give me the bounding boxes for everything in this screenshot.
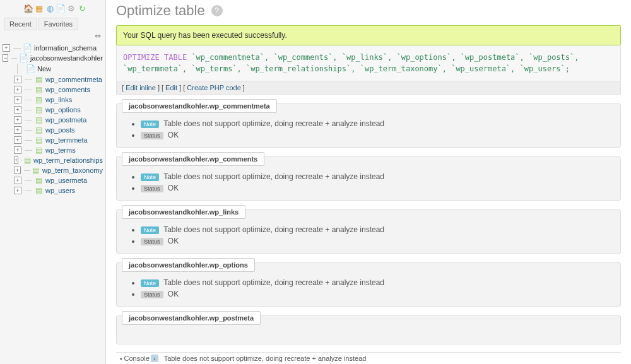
result-panel: jacobsonwestandkohler.wp_linksNote Table… xyxy=(116,209,621,254)
db-item-information-schema[interactable]: information_schema xyxy=(34,44,97,52)
expand-icon[interactable]: + xyxy=(14,116,21,124)
note-badge: Note xyxy=(141,226,159,234)
database-tree: + 📄 information_schema − 📄 jacobsonwesta… xyxy=(0,42,105,364)
sql-query: OPTIMIZE TABLE `wp_commentmeta`, `wp_com… xyxy=(116,45,621,81)
table-icon: ▤ xyxy=(34,95,43,104)
note-badge: Note xyxy=(141,120,159,128)
edit-link[interactable]: Edit xyxy=(165,84,177,91)
result-panel: jacobsonwestandkohler.wp_postmeta xyxy=(116,315,621,344)
table-item[interactable]: wp_termmeta xyxy=(45,136,88,144)
sql-icon[interactable]: ▦ xyxy=(35,4,44,13)
result-panel: jacobsonwestandkohler.wp_commentsNote Ta… xyxy=(116,156,621,201)
sidebar: 🏠 ▦ ◍ 📄 ⚙ ↻ Recent Favorites ⇔ + 📄 infor… xyxy=(0,0,106,364)
collapse-toggle[interactable]: ⇔ xyxy=(0,30,105,42)
result-note: Note Table does not support optimize, do… xyxy=(141,224,614,235)
expand-icon[interactable]: + xyxy=(14,136,21,144)
table-item[interactable]: wp_comments xyxy=(45,86,90,93)
table-icon: ▤ xyxy=(34,85,43,94)
db-item-jacobson[interactable]: jacobsonwestandkohler xyxy=(30,54,103,62)
panel-title: jacobsonwestandkohler.wp_options xyxy=(122,258,255,272)
table-item[interactable]: wp_commentmeta xyxy=(45,76,102,83)
result-note: Note Table does not support optimize, do… xyxy=(141,118,614,129)
table-icon: ▤ xyxy=(34,186,43,195)
new-icon: 📄 xyxy=(26,64,35,73)
query-actions: [ Edit inline ] [ Edit ] [ Create PHP co… xyxy=(116,81,621,95)
sidebar-toolbar: 🏠 ▦ ◍ 📄 ⚙ ↻ xyxy=(0,4,105,16)
expand-icon[interactable]: + xyxy=(14,156,18,164)
edit-inline-link[interactable]: Edit inline xyxy=(126,84,156,91)
table-icon: ▤ xyxy=(34,176,43,185)
table-item[interactable]: wp_options xyxy=(45,106,81,114)
expand-icon[interactable]: + xyxy=(14,126,21,134)
note-badge: Note xyxy=(141,173,159,181)
table-icon: ▤ xyxy=(34,75,43,84)
console-bar[interactable]: ▪Console› Table does not support optimiz… xyxy=(116,352,621,364)
expand-icon[interactable]: + xyxy=(14,187,21,194)
globe-icon[interactable]: ◍ xyxy=(45,4,54,13)
panel-title: jacobsonwestandkohler.wp_commentmeta xyxy=(122,99,277,113)
create-php-link[interactable]: Create PHP code xyxy=(187,84,240,91)
table-item[interactable]: wp_posts xyxy=(45,126,74,134)
table-item[interactable]: wp_postmeta xyxy=(45,116,86,124)
home-icon[interactable]: 🏠 xyxy=(24,4,33,13)
table-icon: ▤ xyxy=(34,126,43,134)
tab-recent[interactable]: Recent xyxy=(4,18,37,30)
expand-icon[interactable]: + xyxy=(14,106,21,114)
panel-title: jacobsonwestandkohler.wp_comments xyxy=(122,152,264,166)
refresh-icon[interactable]: ↻ xyxy=(78,4,86,13)
gear-icon[interactable]: ⚙ xyxy=(67,4,76,13)
expand-icon[interactable]: + xyxy=(14,177,21,184)
collapse-icon[interactable]: − xyxy=(3,54,8,62)
table-icon: ▤ xyxy=(34,115,43,124)
result-status: Status OK xyxy=(141,182,614,194)
result-note: Note Table does not support optimize, do… xyxy=(141,277,614,288)
panel-title: jacobsonwestandkohler.wp_links xyxy=(122,205,245,219)
table-item[interactable]: wp_links xyxy=(45,96,72,103)
result-panel: jacobsonwestandkohler.wp_optionsNote Tab… xyxy=(116,262,621,307)
doc-icon[interactable]: 📄 xyxy=(56,4,65,13)
result-note: Note Table does not support optimize, do… xyxy=(141,171,614,182)
panel-title: jacobsonwestandkohler.wp_postmeta xyxy=(122,311,261,325)
success-message: Your SQL query has been executed success… xyxy=(116,25,621,45)
result-panel: jacobsonwestandkohler.wp_commentmetaNote… xyxy=(116,103,621,148)
table-icon: ▤ xyxy=(34,105,43,114)
expand-icon[interactable]: + xyxy=(14,146,21,154)
table-item[interactable]: wp_terms xyxy=(45,146,76,154)
result-status: Status OK xyxy=(141,235,614,247)
table-item[interactable]: wp_usermeta xyxy=(45,177,87,184)
expand-icon[interactable]: + xyxy=(14,167,21,174)
tab-favorites[interactable]: Favorites xyxy=(38,18,78,30)
result-status: Status OK xyxy=(141,288,614,300)
table-item[interactable]: wp_users xyxy=(45,187,75,194)
table-item[interactable]: wp_term_relationships xyxy=(33,156,103,164)
status-badge: Status xyxy=(141,185,163,192)
table-icon: ▤ xyxy=(34,136,43,144)
table-icon: ▤ xyxy=(24,156,31,165)
expand-icon[interactable]: + xyxy=(3,44,10,52)
main-content: Optimize table ? Your SQL query has been… xyxy=(106,0,631,364)
result-status: Status OK xyxy=(141,129,614,141)
db-icon: 📄 xyxy=(19,54,28,62)
expand-icon[interactable]: + xyxy=(14,86,21,93)
console-toggle-icon[interactable]: › xyxy=(151,355,158,362)
console-icon: ▪ xyxy=(120,355,122,362)
page-title: Optimize table ? xyxy=(116,0,621,25)
status-badge: Status xyxy=(141,238,163,245)
table-icon: ▤ xyxy=(34,146,43,155)
status-badge: Status xyxy=(141,291,163,298)
note-badge: Note xyxy=(141,279,159,287)
expand-icon[interactable]: + xyxy=(14,76,21,83)
status-badge: Status xyxy=(141,132,163,139)
db-icon: 📄 xyxy=(23,44,32,52)
table-item[interactable]: wp_term_taxonomy xyxy=(42,167,103,174)
help-icon[interactable]: ? xyxy=(211,5,223,16)
tree-new[interactable]: New xyxy=(37,65,51,73)
table-icon: ▤ xyxy=(32,166,40,175)
expand-icon[interactable]: + xyxy=(14,96,21,103)
